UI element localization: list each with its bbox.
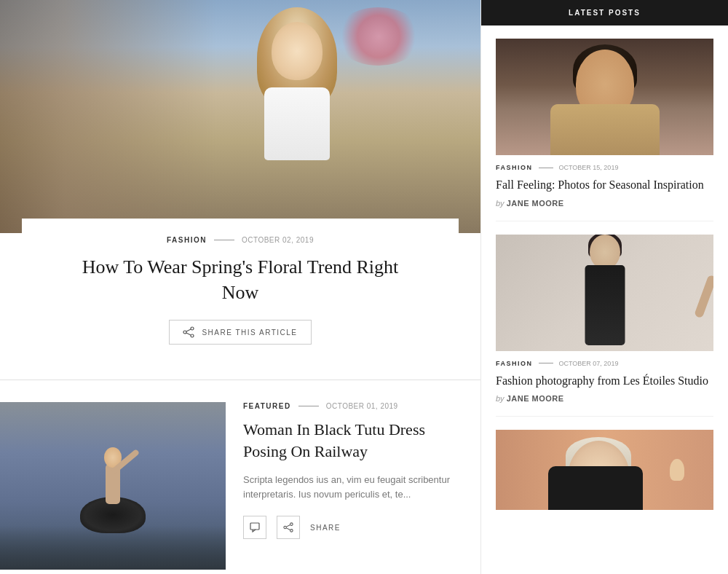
svg-point-6 <box>290 523 293 526</box>
sidebar-posts-list: FASHION OCTOBER 15, 2019 Fall Feeling: P… <box>481 25 728 532</box>
secondary-meta: FEATURED OCTOBER 01, 2019 <box>243 402 466 410</box>
secondary-title: Woman In Black Tutu Dress Posing On Rail… <box>243 419 466 462</box>
main-column: FASHION OCTOBER 02, 2019 How To Wear Spr… <box>0 0 480 574</box>
share-icon <box>183 326 194 338</box>
sidebar-post-1-image <box>496 39 713 155</box>
comment-button[interactable] <box>243 516 266 539</box>
sidebar: LATEST POSTS FASHION OCTOBER 15, 2019 <box>480 0 728 574</box>
sidebar-post-3 <box>496 417 713 532</box>
share-icon-button[interactable] <box>277 516 300 539</box>
sidebar-meta-line-1 <box>539 168 553 168</box>
hero-article: FASHION OCTOBER 02, 2019 How To Wear Spr… <box>0 0 480 365</box>
sidebar-post-1-date: OCTOBER 15, 2019 <box>559 164 619 171</box>
section-divider <box>0 380 480 380</box>
secondary-article-image <box>0 402 226 570</box>
sidebar-post-2-meta: FASHION OCTOBER 07, 2019 <box>496 360 713 367</box>
sidebar-post-1-meta: FASHION OCTOBER 15, 2019 <box>496 164 713 171</box>
hero-image <box>0 0 480 233</box>
hero-meta: FASHION OCTOBER 02, 2019 <box>66 236 415 244</box>
sidebar-header: LATEST POSTS <box>481 0 728 25</box>
share-text: SHARE <box>310 524 341 532</box>
hero-content: FASHION OCTOBER 02, 2019 How To Wear Spr… <box>22 219 459 365</box>
sidebar-post-3-image <box>496 430 713 510</box>
svg-line-10 <box>286 528 290 530</box>
secondary-excerpt: Scripta legendos ius an, vim eu feugait … <box>243 473 466 503</box>
sidebar-post-2-title[interactable]: Fashion photography from Les Étoiles Stu… <box>496 373 713 389</box>
secondary-date: OCTOBER 01, 2019 <box>326 402 398 410</box>
sidebar-post-1-title[interactable]: Fall Feeling: Photos for Seasonal Inspir… <box>496 177 713 193</box>
hero-title: How To Wear Spring's Floral Trend Right … <box>66 254 415 305</box>
hero-category: FASHION <box>167 236 207 244</box>
svg-line-9 <box>286 525 290 527</box>
sidebar-meta-line-2 <box>539 363 553 363</box>
svg-point-0 <box>191 327 194 330</box>
action-bar: SHARE <box>243 516 466 539</box>
sidebar-post-2: FASHION OCTOBER 07, 2019 Fashion photogr… <box>496 221 713 417</box>
svg-point-7 <box>290 530 293 532</box>
sidebar-post-1-author: by JANE MOORE <box>496 199 713 208</box>
share-icon-secondary <box>283 522 293 532</box>
sidebar-post-2-category: FASHION <box>496 360 533 367</box>
svg-rect-5 <box>250 523 259 530</box>
svg-point-1 <box>191 334 194 337</box>
meta-divider-2 <box>298 406 319 406</box>
hero-date: OCTOBER 02, 2019 <box>242 236 314 244</box>
comment-icon <box>250 522 260 532</box>
meta-divider <box>214 240 234 240</box>
svg-point-2 <box>183 331 186 334</box>
svg-line-4 <box>186 333 191 335</box>
secondary-article: FEATURED OCTOBER 01, 2019 Woman In Black… <box>0 395 480 574</box>
svg-line-3 <box>186 329 191 331</box>
secondary-content: FEATURED OCTOBER 01, 2019 Woman In Black… <box>226 402 480 570</box>
secondary-category: FEATURED <box>243 402 291 410</box>
sidebar-post-1: FASHION OCTOBER 15, 2019 Fall Feeling: P… <box>496 25 713 221</box>
hero-share-label: SHARE THIS ARTICLE <box>202 329 297 337</box>
hero-share-button[interactable]: SHARE THIS ARTICLE <box>169 320 311 345</box>
sidebar-post-2-author: by JANE MOORE <box>496 394 713 403</box>
svg-point-8 <box>284 526 287 529</box>
sidebar-post-1-category: FASHION <box>496 164 533 171</box>
sidebar-post-2-date: OCTOBER 07, 2019 <box>559 360 619 367</box>
sidebar-post-2-image <box>496 235 713 351</box>
